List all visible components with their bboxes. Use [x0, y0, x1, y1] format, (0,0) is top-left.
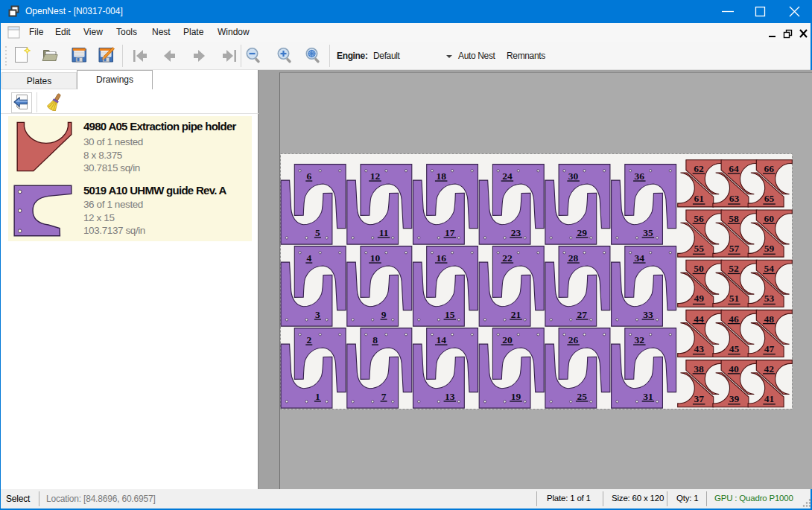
svg-text:28: 28 — [568, 252, 579, 264]
svg-text:59: 59 — [764, 243, 775, 254]
svg-text:35: 35 — [643, 227, 653, 238]
svg-text:9: 9 — [381, 309, 387, 320]
svg-text:14: 14 — [436, 334, 446, 345]
svg-text:5: 5 — [315, 227, 320, 238]
svg-text:23: 23 — [511, 227, 521, 238]
svg-text:33: 33 — [643, 309, 653, 320]
svg-text:4: 4 — [306, 252, 311, 264]
svg-text:20: 20 — [502, 334, 513, 345]
svg-text:29: 29 — [577, 227, 587, 238]
svg-text:54: 54 — [764, 263, 775, 274]
svg-text:18: 18 — [436, 170, 446, 182]
svg-text:45: 45 — [729, 343, 740, 354]
svg-text:60: 60 — [764, 213, 775, 224]
svg-text:30: 30 — [568, 170, 579, 182]
svg-text:19: 19 — [511, 391, 521, 402]
svg-text:44: 44 — [694, 313, 704, 325]
svg-text:41: 41 — [764, 393, 775, 404]
svg-text:1: 1 — [315, 391, 320, 402]
svg-text:47: 47 — [764, 343, 775, 354]
svg-text:49: 49 — [694, 293, 704, 304]
svg-text:51: 51 — [729, 293, 740, 304]
svg-text:43: 43 — [694, 343, 704, 354]
svg-text:34: 34 — [635, 252, 645, 264]
svg-text:6: 6 — [306, 170, 311, 182]
svg-text:27: 27 — [577, 309, 587, 320]
svg-text:37: 37 — [694, 393, 704, 404]
svg-text:2: 2 — [306, 334, 311, 345]
svg-text:12: 12 — [370, 170, 381, 182]
svg-text:57: 57 — [729, 243, 740, 254]
svg-text:15: 15 — [445, 309, 455, 320]
svg-text:53: 53 — [764, 293, 775, 304]
svg-text:3: 3 — [315, 309, 320, 320]
svg-text:46: 46 — [729, 313, 739, 325]
svg-text:52: 52 — [729, 263, 739, 274]
svg-text:65: 65 — [764, 193, 775, 204]
svg-text:50: 50 — [694, 263, 704, 274]
svg-text:32: 32 — [635, 334, 645, 345]
svg-text:62: 62 — [694, 163, 704, 174]
svg-text:26: 26 — [568, 334, 579, 345]
svg-text:61: 61 — [694, 193, 704, 204]
svg-text:22: 22 — [502, 252, 513, 264]
svg-text:42: 42 — [764, 363, 775, 374]
svg-text:24: 24 — [502, 170, 513, 182]
svg-text:63: 63 — [729, 193, 740, 204]
svg-text:17: 17 — [445, 227, 455, 238]
svg-text:10: 10 — [370, 252, 381, 264]
svg-text:38: 38 — [694, 363, 704, 374]
svg-text:39: 39 — [729, 393, 740, 404]
svg-text:64: 64 — [729, 163, 739, 174]
svg-text:13: 13 — [445, 391, 455, 402]
svg-text:55: 55 — [694, 243, 704, 254]
svg-text:21: 21 — [511, 309, 521, 320]
svg-text:56: 56 — [694, 213, 704, 224]
svg-text:31: 31 — [643, 391, 653, 402]
svg-text:11: 11 — [379, 227, 389, 238]
svg-text:16: 16 — [436, 252, 446, 264]
svg-text:58: 58 — [729, 213, 739, 224]
svg-text:25: 25 — [577, 391, 587, 402]
svg-text:66: 66 — [764, 163, 775, 174]
svg-text:36: 36 — [635, 170, 645, 182]
svg-text:7: 7 — [381, 391, 387, 402]
svg-text:8: 8 — [372, 334, 378, 345]
svg-text:40: 40 — [729, 363, 739, 374]
svg-text:48: 48 — [764, 313, 775, 325]
